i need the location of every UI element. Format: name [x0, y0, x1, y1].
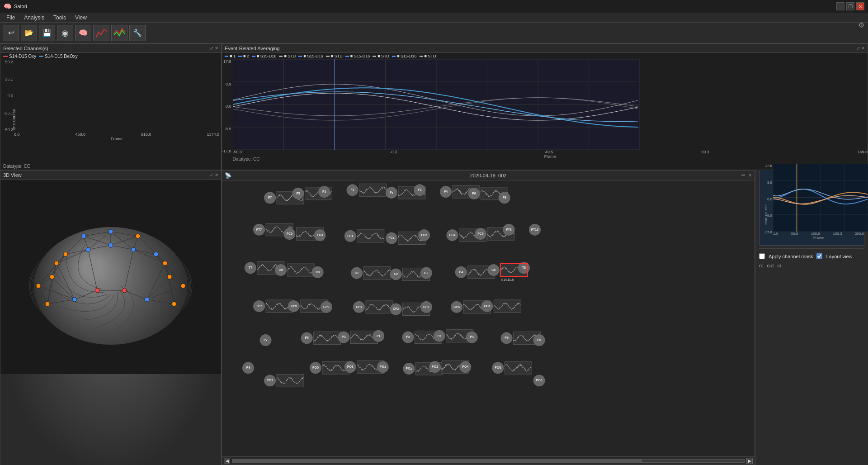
channel-map-canvas[interactable] — [222, 180, 552, 407]
era-title: Event-Related Averaging — [225, 46, 280, 51]
channel-map-header: 2020-04-19_002 ✕ 📡 ⮕ — [222, 171, 755, 180]
zoom-in-label: in — [777, 263, 781, 268]
era-expand[interactable]: ⤢ ✕ — [856, 46, 865, 51]
era-leg-std-3: ■ STD — [373, 54, 389, 58]
restore-button[interactable]: ❐ — [846, 2, 854, 10]
channel-map-icon[interactable]: 📡 — [225, 172, 231, 179]
era-panel: Event-Related Averaging ⤢ ✕ ■ 1 ■ 2 ■ S1… — [222, 43, 868, 170]
menu-tools[interactable]: Tools — [49, 14, 71, 22]
channel-map-close[interactable]: ✕ — [748, 173, 752, 178]
titlebar-controls: — ❐ ✕ — [836, 2, 864, 10]
menu-file[interactable]: File — [2, 14, 19, 22]
channel-map-arrows[interactable]: ⮕ — [741, 173, 745, 178]
era-datatype: Datatype: CC — [233, 157, 260, 161]
menu-analysis[interactable]: Analysis — [19, 14, 49, 22]
view3d-header: 3D View ⤢ ✕ — [0, 171, 221, 180]
era-leg-1: ■ 1 — [225, 54, 236, 58]
minimize-button[interactable]: — — [836, 2, 844, 10]
era-leg-std-4: ■ STD — [420, 54, 436, 58]
scrollbar-track[interactable] — [232, 459, 745, 463]
selected-channels-header: Selected Channel(s) ⤢ ✕ — [0, 44, 221, 53]
era-legend: ■ 1 ■ 2 ■ S15-D16 ■ STD ■ S15-D16 ■ STD — [222, 53, 868, 59]
bottom-options: Apply channel mask Layout view — [759, 251, 864, 261]
toolbar: ↩ 📂 💾 ◉ 🧠 🔧 ⚙ — [0, 23, 868, 43]
settings-gear[interactable]: ⚙ — [858, 21, 864, 29]
view3d-title: 3D View — [3, 172, 22, 178]
legend-oxy: S14-D15 Oxy — [3, 54, 36, 59]
selected-channels-canvas — [14, 60, 217, 132]
view3d-expand[interactable]: ⤢ ✕ — [210, 172, 218, 177]
era-leg-std-2: ■ STD — [326, 54, 343, 58]
channel-map-panel: 2020-04-19_002 ✕ 📡 ⮕ ◀ ▶ — [222, 170, 755, 465]
apply-channel-mask-label: Apply channel mask — [769, 254, 813, 259]
titlebar: 🧠 Satori — ❐ ✕ — [0, 0, 868, 13]
selected-channels-legend: S14-D15 Oxy S14-D15 DeOxy — [0, 53, 221, 60]
apply-channel-mask-checkbox[interactable] — [759, 253, 765, 259]
view3d-panel: 3D View ⤢ ✕ — [0, 170, 222, 465]
mini-chart-area: 17.8 8.9 0.0 -8.9 -17.8 1.0 50.8 100.5 1… — [760, 164, 864, 245]
channel-map-title: 2020-04-19_002 — [470, 173, 507, 178]
era-leg-s15d16-3: ■ S15-D16 — [345, 54, 370, 58]
era-chart-container: 17.8 8.9 0.0 -8.9 -17.8 -50.0 -0.3 49.5 … — [222, 59, 868, 162]
app-title: Satori — [14, 4, 27, 9]
mini-x-labels: 1.0 50.8 100.5 150.3 200.0 — [773, 232, 864, 236]
mini-x-axis-label: Frame — [773, 236, 864, 240]
toolbar-save[interactable]: 💾 — [39, 25, 55, 41]
channel-map-scrollbar: ◀ ▶ — [222, 456, 755, 465]
era-leg-std-1: ■ STD — [279, 54, 296, 58]
y-axis-label-sc: Time Course — [12, 109, 16, 132]
selected-channels-expand[interactable]: ⤢ ✕ — [210, 46, 218, 51]
scroll-right[interactable]: ▶ — [746, 458, 753, 464]
legend-oxy-label: S14-D15 Oxy — [9, 54, 36, 59]
close-button[interactable]: ✕ — [856, 2, 864, 10]
toolbar-open[interactable]: 📂 — [21, 25, 37, 41]
era-chart: -50.0 -0.3 49.5 99.3 149.0 Frame Datatyp… — [233, 59, 868, 162]
scroll-left[interactable]: ◀ — [224, 458, 230, 464]
toolbar-chart2[interactable] — [111, 25, 127, 41]
brain-3d-view[interactable] — [0, 180, 221, 465]
x-axis-label-sc: Frame — [14, 137, 219, 141]
mini-canvas-wrap: 1.0 50.8 100.5 150.3 200.0 Frame — [773, 164, 864, 240]
selected-channels-chart: 50.2 25.1 0.0 -25.1 -50.2 0.0 458.0 916.… — [14, 60, 219, 141]
zoom-options: n: out in — [759, 261, 864, 270]
titlebar-left: 🧠 Satori — [4, 3, 27, 10]
era-leg-2: ■ 2 — [238, 54, 249, 58]
toolbar-brain[interactable]: 🧠 — [75, 25, 91, 41]
era-x-axis-label: Frame — [233, 154, 868, 159]
channel-map-inner — [222, 180, 755, 465]
era-leg-s15d16-2: ■ S15-D16 — [298, 54, 323, 58]
legend-deoxy-label: S14-D15 DeOxy — [45, 54, 78, 59]
scrollbar-thumb — [232, 460, 642, 462]
mini-canvas — [773, 164, 868, 232]
mini-y-axis-label: Time Course — [764, 204, 768, 225]
legend-deoxy-dot — [39, 56, 43, 57]
layout-view-label: Layout view — [826, 254, 852, 259]
divider-3 — [759, 248, 864, 249]
toolbar-undo[interactable]: ↩ — [3, 25, 19, 41]
era-leg-s15d16-4: ■ S15-D16 — [392, 54, 416, 58]
x-axis-labels-sc: 0.0 458.0 916.0 1374.0 — [14, 132, 219, 137]
era-header: Event-Related Averaging ⤢ ✕ — [222, 44, 868, 53]
app-icon: 🧠 — [4, 3, 11, 10]
selected-channels-panel: Selected Channel(s) ⤢ ✕ S14-D15 Oxy S14-… — [0, 43, 222, 170]
brain-canvas — [0, 180, 221, 374]
era-x-labels: -50.0 -0.3 49.5 99.3 149.0 — [233, 150, 868, 154]
zoom-label: n: — [759, 263, 763, 268]
zoom-out-label: out — [767, 263, 774, 268]
menu-view[interactable]: View — [71, 14, 91, 22]
era-y-labels: 17.8 8.9 0.0 -8.9 -17.8 — [222, 59, 233, 162]
legend-deoxy: S14-D15 DeOxy — [39, 54, 78, 59]
era-leg-s15d16-1: ■ S15-D16 — [252, 54, 276, 58]
selected-channels-title: Selected Channel(s) — [3, 46, 48, 51]
toolbar-wrench[interactable]: 🔧 — [129, 25, 146, 41]
datatype-sc: Datatype: CC — [3, 164, 30, 169]
toolbar-sphere[interactable]: ◉ — [57, 25, 73, 41]
era-canvas — [233, 59, 640, 150]
layout-view-checkbox[interactable] — [816, 253, 822, 259]
legend-oxy-dot — [3, 56, 8, 57]
menubar: File Analysis Tools View — [0, 13, 868, 23]
main-layout: Selected Channel(s) ⤢ ✕ S14-D15 Oxy S14-… — [0, 43, 868, 465]
mini-chart: Oxy: 1 Oxy: 2 DeOxy: 1 DeOxy: 2 — [759, 149, 864, 246]
toolbar-chart1[interactable] — [93, 25, 109, 41]
